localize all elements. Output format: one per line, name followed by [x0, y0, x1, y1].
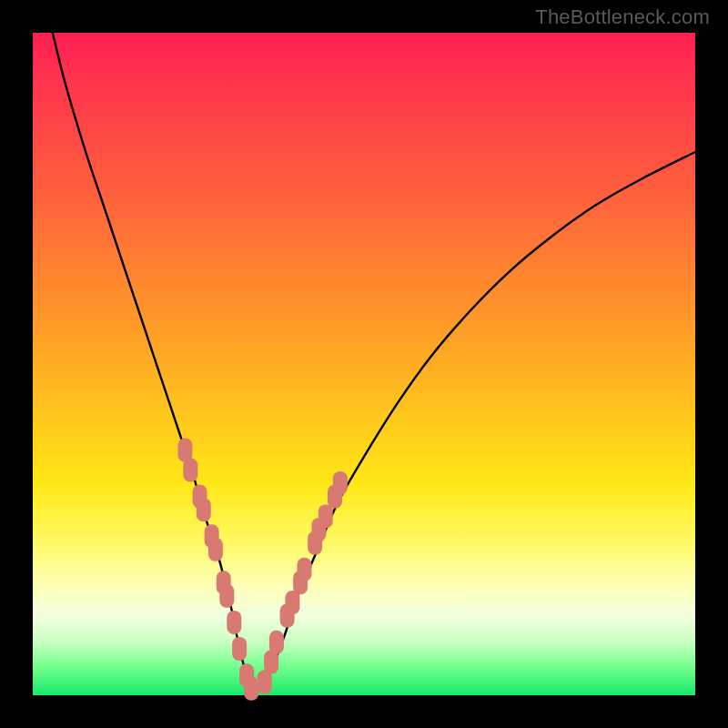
data-marker — [208, 538, 223, 561]
data-marker — [183, 459, 197, 482]
curve-svg — [33, 33, 695, 695]
bottleneck-curve — [53, 33, 695, 691]
data-marker — [333, 471, 348, 495]
data-marker — [219, 584, 234, 608]
data-marker — [285, 591, 299, 614]
data-marker — [298, 558, 312, 581]
data-marker — [197, 498, 211, 521]
marker-cluster-left — [177, 439, 258, 701]
data-marker — [227, 611, 241, 634]
data-marker — [269, 631, 284, 654]
plot-area — [33, 33, 695, 695]
data-marker — [244, 677, 258, 701]
data-marker — [318, 504, 333, 528]
data-marker — [232, 637, 247, 661]
marker-cluster-right — [258, 471, 348, 693]
watermark-label: TheBottleneck.com — [535, 5, 710, 29]
chart-container: TheBottleneck.com — [0, 0, 728, 728]
